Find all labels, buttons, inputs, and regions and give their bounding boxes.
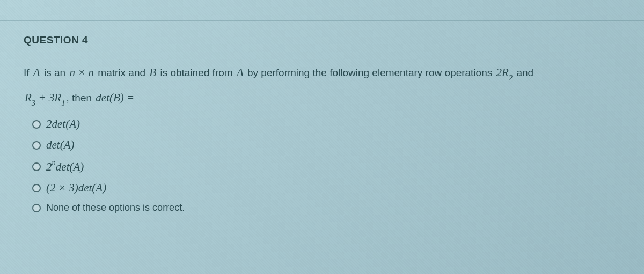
radio-icon[interactable] [32, 204, 41, 212]
option-1[interactable]: 2det(A) [32, 117, 620, 131]
op2a-sub: 3 [32, 99, 35, 107]
text-p4: is obtained from [157, 67, 236, 78]
symbol-A: A [32, 66, 41, 79]
option-2[interactable]: det(A) [32, 138, 620, 152]
option-5[interactable]: None of these options is correct. [32, 202, 620, 213]
op2: R3 + 3R1 [24, 91, 67, 104]
op1: 2R2 [495, 66, 514, 79]
text-p5: by performing the following elementary r… [245, 67, 495, 78]
option-3[interactable]: 2ndet(A) [32, 159, 620, 174]
op1-sub: 2 [509, 73, 513, 82]
option-4-label: (2 × 3)det(A) [46, 181, 106, 195]
question-body: If A is an n × n matrix and B is obtaine… [24, 60, 620, 110]
opt3-pre: 2 [46, 160, 52, 173]
det-expr: det(B) = [94, 91, 135, 104]
opt3-post: det(A) [56, 160, 84, 173]
top-divider [0, 20, 644, 21]
op1-base: 2R [496, 66, 509, 79]
symbol-A2: A [236, 66, 245, 79]
radio-icon[interactable] [32, 162, 41, 171]
radio-icon[interactable] [32, 141, 41, 150]
options-group: 2det(A) det(A) 2ndet(A) (2 × 3)det(A) No… [32, 117, 620, 213]
text-p3: matrix and [95, 67, 148, 78]
option-5-label: None of these options is correct. [46, 202, 185, 213]
text-p6: and [514, 67, 533, 78]
op2b-sub: 1 [61, 99, 65, 107]
question-card: QUESTION 4 If A is an n × n matrix and B… [11, 25, 633, 234]
option-1-label: 2det(A) [46, 117, 80, 131]
op2-mid: + 3R [35, 91, 61, 104]
symbol-B: B [148, 66, 157, 79]
option-4[interactable]: (2 × 3)det(A) [32, 181, 620, 195]
symbol-nxn: n × n [68, 66, 95, 79]
opt3-sup: n [52, 158, 56, 167]
text-p2: is an [41, 67, 69, 78]
radio-icon[interactable] [32, 120, 41, 129]
text-p7: , then [67, 92, 95, 103]
op2a: R [25, 91, 32, 104]
radio-icon[interactable] [32, 184, 41, 192]
text-p1: If [24, 67, 32, 78]
option-2-label: det(A) [46, 138, 74, 152]
question-title: QUESTION 4 [24, 34, 620, 46]
option-3-label: 2ndet(A) [46, 159, 84, 174]
